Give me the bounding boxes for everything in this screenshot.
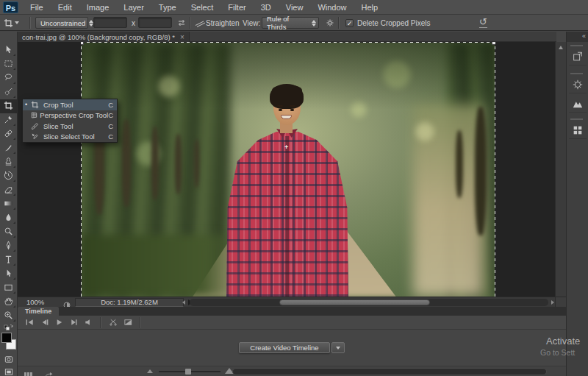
document-tab[interactable]: con-trai.jpg @ 100% (Background copy, RG… <box>18 32 190 42</box>
crop-width-input[interactable] <box>93 17 127 28</box>
menu-bar: Ps FileEditImageLayerTypeSelectFilter3DV… <box>0 0 588 15</box>
split-clip-button[interactable] <box>106 317 121 328</box>
histogram-panel-button[interactable] <box>569 95 587 113</box>
expand-panels-button[interactable]: « <box>567 32 588 42</box>
crop-handle-top-left[interactable] <box>81 42 84 45</box>
photo-document[interactable]: + <box>81 42 495 297</box>
document-title: con-trai.jpg @ 100% (Background copy, RG… <box>22 33 175 41</box>
play-button[interactable] <box>51 317 66 328</box>
zoom-tool-icon <box>4 310 13 323</box>
marquee-tool-button[interactable] <box>0 57 17 71</box>
brush-tool-button[interactable] <box>0 141 17 155</box>
hscroll-left-arrow[interactable] <box>182 300 185 305</box>
status-bar: 100% Doc: 1.19M/2.62M <box>18 297 555 307</box>
menu-view[interactable]: View <box>279 0 311 15</box>
history-brush-tool-button[interactable] <box>0 169 17 183</box>
transition-button[interactable] <box>121 317 135 328</box>
reset-tool-icon[interactable]: ↺ <box>479 17 487 28</box>
audio-mute-button[interactable] <box>81 317 96 328</box>
move-tool-button[interactable] <box>0 43 17 57</box>
zoom-level-field[interactable]: 100% <box>24 298 53 306</box>
timeline-tab[interactable]: Timeline <box>18 307 59 316</box>
flyout-item-slice-select-tool[interactable]: Slice Select ToolC <box>23 132 117 143</box>
flyout-item-crop-tool[interactable]: •Crop ToolC <box>23 99 117 110</box>
history-panel-button[interactable] <box>569 48 587 65</box>
crop-border-top[interactable] <box>81 42 495 43</box>
eyedropper-tool-button[interactable] <box>0 113 17 127</box>
view-label: View: <box>243 19 260 27</box>
rectangle-tool-button[interactable] <box>0 281 17 295</box>
crop-border-right[interactable] <box>495 42 495 297</box>
blur-tool-button[interactable] <box>0 211 17 225</box>
menu-image[interactable]: Image <box>79 0 117 15</box>
eye <box>279 109 282 111</box>
quick-selection-tool-button[interactable] <box>0 85 17 99</box>
crop-tool-icon <box>4 100 13 113</box>
menu-file[interactable]: File <box>23 0 51 15</box>
gradient-tool-icon <box>4 198 13 211</box>
menu-help[interactable]: Help <box>354 0 386 15</box>
crop-border-left[interactable] <box>81 42 82 297</box>
clone-stamp-tool-button[interactable] <box>0 155 17 169</box>
path-selection-tool-button[interactable] <box>0 267 17 281</box>
crop-handle-top-right[interactable] <box>492 42 495 45</box>
flyout-item-perspective-crop-tool[interactable]: Perspective Crop ToolC <box>23 110 117 121</box>
crop-height-input[interactable] <box>138 17 172 28</box>
curved-arrow-icon[interactable] <box>44 368 54 376</box>
previous-frame-button[interactable] <box>37 317 51 328</box>
shortcut-key: C <box>108 101 113 109</box>
options-bar: Unconstrained x Straighten View: Rule of… <box>0 15 588 31</box>
delete-cropped-pixels-checkbox[interactable]: ✓ <box>345 19 354 27</box>
current-tool-bullet: • <box>25 101 31 108</box>
adjustments-panel-button[interactable] <box>569 76 587 93</box>
menu-type[interactable]: Type <box>151 0 184 15</box>
type-tool-button[interactable] <box>0 253 17 267</box>
panel-group-label <box>570 73 583 74</box>
color-swatches <box>0 331 17 353</box>
screen-mode-button[interactable] <box>0 366 17 376</box>
timeline-type-dropdown[interactable] <box>331 342 345 353</box>
canvas-area[interactable]: + <box>18 42 555 297</box>
first-frame-button[interactable] <box>22 317 37 328</box>
pen-tool-button[interactable] <box>0 239 17 253</box>
vscroll-up-arrow[interactable] <box>559 46 563 49</box>
menu-select[interactable]: Select <box>184 0 221 15</box>
default-swap-colors-icon[interactable] <box>0 323 17 331</box>
next-frame-button[interactable] <box>66 317 81 328</box>
crop-options-gear-icon[interactable] <box>325 18 335 31</box>
gradient-tool-button[interactable] <box>0 197 17 211</box>
timeline-zoom-out-icon[interactable] <box>147 369 153 373</box>
menu-filter[interactable]: Filter <box>220 0 253 15</box>
horizontal-scrollbar-thumb[interactable] <box>279 299 430 305</box>
lasso-tool-button[interactable] <box>0 71 17 85</box>
menu-layer[interactable]: Layer <box>116 0 151 15</box>
dodge-tool-icon <box>4 226 13 239</box>
flyout-item-slice-tool[interactable]: Slice ToolC <box>23 121 117 132</box>
timeline-zoom-thumb[interactable] <box>185 369 191 375</box>
crop-tool-preset[interactable] <box>4 17 26 29</box>
spot-healing-tool-button[interactable] <box>0 127 17 141</box>
eraser-tool-button[interactable] <box>0 183 17 197</box>
hscroll-right-arrow[interactable] <box>551 300 554 305</box>
straighten-button[interactable]: Straighten <box>206 19 240 27</box>
vertical-scrollbar[interactable] <box>555 42 566 297</box>
menu-edit[interactable]: Edit <box>51 0 79 15</box>
foreground-color-swatch[interactable] <box>1 333 12 343</box>
dodge-tool-button[interactable] <box>0 225 17 239</box>
aspect-ratio-select[interactable]: Unconstrained <box>35 17 88 29</box>
smile <box>281 115 292 119</box>
crop-tool-button[interactable] <box>0 99 17 113</box>
zoom-tool-button[interactable] <box>0 309 17 323</box>
swap-width-height-icon[interactable] <box>176 18 187 31</box>
menu-3d[interactable]: 3D <box>254 0 279 15</box>
hair <box>270 84 304 109</box>
quick-mask-button[interactable] <box>0 353 17 366</box>
color-panel-button[interactable] <box>569 121 587 139</box>
overlay-view-select[interactable]: Rule of Thirds <box>262 17 319 29</box>
hand-tool-button[interactable] <box>0 295 17 309</box>
menu-window[interactable]: Window <box>310 0 354 15</box>
close-icon[interactable]: × <box>180 33 184 41</box>
timeline-scrollbar[interactable] <box>232 368 547 375</box>
frame-view-icon[interactable] <box>24 368 34 376</box>
create-video-timeline-button[interactable]: Create Video Timeline <box>239 342 329 353</box>
